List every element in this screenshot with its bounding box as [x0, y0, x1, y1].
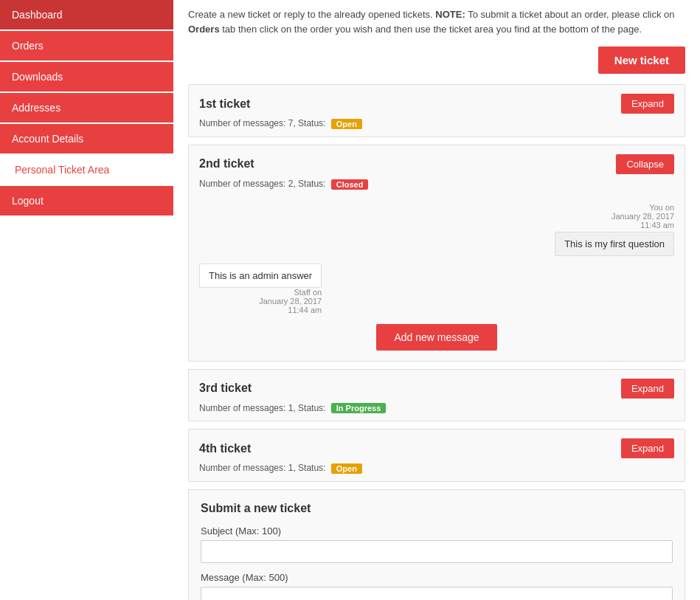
- ticket-2-message-staff: This is an admin answer Staff on January…: [199, 263, 674, 317]
- ticket-4-meta: Number of messages: 1, Status: Open: [189, 463, 685, 481]
- ticket-1-expand-button[interactable]: Expand: [621, 94, 674, 114]
- sidebar: Dashboard Orders Downloads Addresses Acc…: [0, 0, 173, 600]
- ticket-2-status-badge: Closed: [331, 179, 369, 190]
- intro-text: Create a new ticket or reply to the alre…: [188, 7, 685, 36]
- ticket-3-messages-label: Number of messages:: [199, 403, 288, 413]
- ticket-2-meta: Number of messages: 2, Status: Closed: [189, 179, 685, 197]
- intro-orders-link: Orders: [188, 24, 220, 35]
- sidebar-item-account-details[interactable]: Account Details: [0, 124, 173, 154]
- ticket-2-staff-inner: This is an admin answer Staff on January…: [199, 263, 322, 317]
- ticket-2-title: 2nd ticket: [199, 157, 254, 170]
- ticket-1-messages-count: 7: [288, 118, 294, 128]
- subject-input[interactable]: [201, 540, 673, 563]
- ticket-3-expand-button[interactable]: Expand: [621, 379, 674, 399]
- ticket-2-staff-time: 11:44 am: [288, 306, 322, 314]
- submit-ticket-form: Submit a new ticket Subject (Max: 100) M…: [188, 489, 685, 600]
- sidebar-item-addresses[interactable]: Addresses: [0, 93, 173, 123]
- sidebar-item-personal-ticket-area[interactable]: Personal Ticket Area: [0, 155, 173, 185]
- ticket-2-add-message-button[interactable]: Add new message: [376, 324, 496, 351]
- ticket-3-meta: Number of messages: 1, Status: In Progre…: [189, 403, 685, 421]
- ticket-2-you-inner: You on January 28, 2017 11:43 am This is…: [555, 203, 674, 256]
- ticket-2-body: You on January 28, 2017 11:43 am This is…: [189, 197, 685, 361]
- intro-text-part3: tab then click on the order you wish and…: [220, 24, 642, 35]
- ticket-3-header: 3rd ticket Expand: [189, 370, 685, 403]
- intro-text-part2: To submit a ticket about an order, pleas…: [465, 9, 675, 20]
- ticket-2-you-meta: You on January 28, 2017 11:43 am: [555, 203, 674, 230]
- ticket-2-collapse-button[interactable]: Collapse: [616, 154, 674, 174]
- ticket-4-title: 4th ticket: [199, 442, 251, 455]
- ticket-2-header: 2nd ticket Collapse: [189, 145, 685, 179]
- ticket-2-staff-date: January 28, 2017: [259, 297, 322, 306]
- sidebar-item-orders[interactable]: Orders: [0, 31, 173, 61]
- ticket-4-expand-button[interactable]: Expand: [621, 438, 674, 458]
- new-ticket-button[interactable]: New ticket: [598, 46, 685, 74]
- ticket-1-meta: Number of messages: 7, Status: Open: [189, 118, 685, 137]
- ticket-card-2: 2nd ticket Collapse Number of messages: …: [188, 145, 685, 362]
- ticket-card-3: 3rd ticket Expand Number of messages: 1,…: [188, 369, 685, 422]
- ticket-3-title: 3rd ticket: [199, 382, 252, 395]
- ticket-2-you-bubble: This is my first question: [555, 232, 674, 256]
- ticket-4-header: 4th ticket Expand: [189, 430, 685, 463]
- sidebar-item-dashboard[interactable]: Dashboard: [0, 0, 173, 30]
- ticket-card-1: 1st ticket Expand Number of messages: 7,…: [188, 84, 685, 137]
- ticket-2-you-time: 11:43 am: [640, 221, 674, 230]
- ticket-1-title: 1st ticket: [199, 97, 250, 111]
- submit-ticket-title: Submit a new ticket: [201, 502, 673, 515]
- ticket-3-messages-count: 1: [288, 403, 294, 413]
- ticket-3-status-badge: In Progress: [331, 403, 387, 413]
- ticket-2-messages-label: Number of messages:: [199, 179, 288, 189]
- ticket-2-you-date: January 28, 2017: [611, 212, 674, 221]
- ticket-4-messages-count: 1: [288, 463, 294, 473]
- ticket-4-status-badge: Open: [331, 463, 362, 474]
- sidebar-item-logout[interactable]: Logout: [0, 186, 173, 215]
- ticket-1-status-badge: Open: [331, 119, 362, 129]
- message-textarea[interactable]: [201, 587, 673, 600]
- ticket-card-4: 4th ticket Expand Number of messages: 1,…: [188, 429, 685, 482]
- subject-label: Subject (Max: 100): [201, 525, 673, 537]
- ticket-1-header: 1st ticket Expand: [189, 85, 685, 118]
- ticket-2-you-author: You on: [649, 203, 674, 212]
- ticket-2-staff-bubble: This is an admin answer: [199, 263, 322, 288]
- ticket-1-messages-label: Number of messages:: [199, 118, 288, 128]
- message-label: Message (Max: 500): [201, 572, 673, 583]
- intro-note-label: NOTE:: [435, 9, 465, 20]
- ticket-4-messages-label: Number of messages:: [199, 463, 288, 473]
- ticket-2-staff-author: Staff on: [294, 288, 322, 297]
- ticket-2-messages-count: 2: [288, 179, 294, 189]
- main-content: Create a new ticket or reply to the alre…: [173, 0, 700, 600]
- sidebar-item-downloads[interactable]: Downloads: [0, 62, 173, 92]
- intro-text-part1: Create a new ticket or reply to the alre…: [188, 9, 435, 20]
- ticket-2-staff-meta: Staff on January 28, 2017 11:44 am: [199, 288, 322, 314]
- ticket-2-message-you: You on January 28, 2017 11:43 am This is…: [199, 203, 674, 256]
